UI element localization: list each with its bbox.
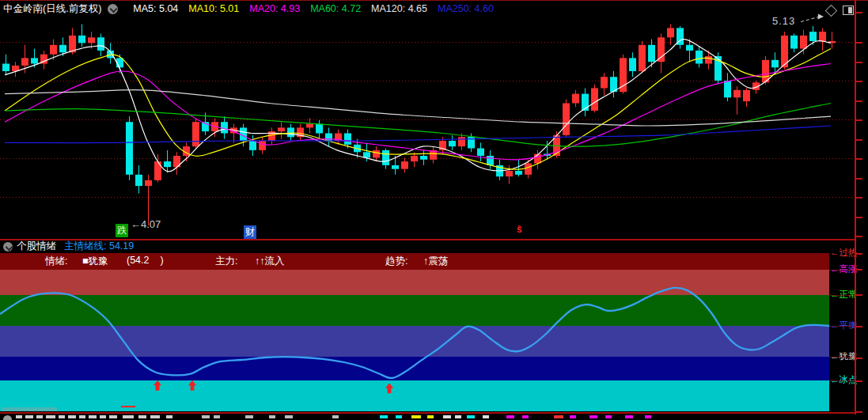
high-price-annotation: 5.13 bbox=[772, 15, 795, 27]
clipped-glyph bbox=[554, 415, 563, 418]
clipped-glyph bbox=[166, 415, 172, 418]
clipped-glyph bbox=[467, 415, 475, 418]
clipped-glyph bbox=[645, 415, 651, 418]
window-corner-icons bbox=[827, 6, 854, 15]
level-dotted-line bbox=[829, 357, 854, 358]
chevron-down-icon[interactable] bbox=[3, 242, 13, 252]
faint-artifact bbox=[2, 407, 57, 411]
sentiment-panel-title[interactable]: 个股情绪 bbox=[17, 240, 56, 253]
finance-news-badge[interactable]: 财 bbox=[244, 225, 256, 239]
clipped-glyph bbox=[455, 415, 461, 418]
main-force-value: ↑↑流入 bbox=[255, 255, 285, 268]
clipped-glyph bbox=[59, 415, 65, 418]
ma60-label: MA60: 4.72 bbox=[310, 3, 361, 14]
axis-tick bbox=[855, 139, 862, 141]
axis-tick bbox=[855, 100, 862, 102]
clipped-glyph bbox=[68, 415, 76, 418]
clipped-glyph bbox=[427, 415, 434, 418]
clipped-glyph bbox=[443, 415, 451, 418]
axis-tick bbox=[855, 42, 862, 44]
clipped-glyph bbox=[25, 415, 33, 418]
chevron-down-icon[interactable] bbox=[108, 4, 118, 14]
clipped-glyph bbox=[100, 415, 106, 418]
bottom-divider bbox=[0, 412, 855, 414]
emotion-number: (54.2 ) bbox=[127, 255, 164, 266]
trend-value: ↑震荡 bbox=[423, 255, 448, 268]
app-root: 中金岭南(日线.前复权) MA5: 5.04 MA10: 5.01 MA20: … bbox=[0, 0, 868, 420]
candlestick-chart[interactable] bbox=[0, 0, 855, 240]
axis-tick bbox=[855, 217, 862, 218]
clipped-glyph bbox=[89, 415, 97, 418]
main-force-label: 主力: bbox=[215, 255, 237, 268]
clipped-glyph bbox=[109, 415, 117, 418]
buy-arrow-icon bbox=[154, 380, 161, 391]
clipped-glyph bbox=[150, 415, 160, 418]
axis-tick bbox=[855, 197, 862, 199]
sentiment-line-chart[interactable] bbox=[0, 253, 829, 413]
clipped-glyph bbox=[625, 415, 633, 418]
clipped-glyph bbox=[16, 415, 22, 418]
axis-tick bbox=[855, 119, 862, 121]
clipped-glyph bbox=[332, 415, 339, 418]
axis-tick bbox=[855, 62, 862, 63]
signal-s-marker: ŝ bbox=[517, 224, 522, 235]
clipped-glyph bbox=[123, 415, 134, 418]
sentiment-line bbox=[0, 288, 829, 378]
axis-tick bbox=[855, 236, 862, 237]
panel-layout-icon[interactable] bbox=[843, 6, 854, 15]
ma5-label: MA5: 5.04 bbox=[133, 3, 178, 14]
level-dotted-line bbox=[829, 295, 854, 296]
axis-tick bbox=[855, 358, 862, 359]
axis-tick bbox=[855, 411, 862, 413]
axis-tick bbox=[855, 326, 862, 327]
clipped-glyph bbox=[269, 415, 275, 418]
ma20-label: MA20: 4.93 bbox=[249, 3, 300, 14]
axis-tick bbox=[855, 253, 862, 255]
drop-news-badge[interactable]: 跌 bbox=[116, 224, 128, 237]
ma10-label: MA10: 5.01 bbox=[188, 3, 239, 14]
buy-arrow-icon bbox=[188, 380, 196, 391]
buy-arrow-icon bbox=[385, 383, 393, 393]
clipped-glyph bbox=[589, 415, 597, 418]
trend-label: 趋势: bbox=[385, 255, 407, 268]
stock-title: 中金岭南(日线.前复权) bbox=[3, 2, 101, 16]
clipped-glyph bbox=[483, 415, 489, 418]
clipped-glyph bbox=[506, 415, 514, 418]
clipped-glyph bbox=[46, 415, 55, 418]
clipped-glyph bbox=[214, 415, 220, 418]
emotion-value: ■犹豫 bbox=[82, 255, 108, 268]
axis-tick bbox=[855, 158, 862, 160]
chevron-down-icon bbox=[3, 415, 12, 420]
level-dotted-line bbox=[829, 380, 854, 381]
main-sentiment-line-value: 主情绪线: 54.19 bbox=[64, 240, 134, 253]
clipped-glyph bbox=[36, 415, 43, 418]
next-panel-clipped-row bbox=[0, 414, 868, 420]
clipped-glyph bbox=[411, 415, 421, 418]
ma120-label: MA120: 4.65 bbox=[371, 3, 427, 14]
clipped-glyph bbox=[245, 415, 253, 418]
clipped-glyph bbox=[522, 415, 529, 418]
clipped-glyph bbox=[202, 415, 210, 418]
main-chart-header: 中金岭南(日线.前复权) MA5: 5.04 MA10: 5.01 MA20: … bbox=[3, 2, 494, 16]
axis-tick bbox=[855, 81, 862, 82]
axis-tick bbox=[855, 12, 862, 13]
level-dotted-line bbox=[829, 270, 854, 271]
emotion-label: 情绪: bbox=[45, 255, 67, 268]
clipped-glyph bbox=[138, 415, 146, 418]
clipped-glyph bbox=[380, 415, 388, 418]
clipped-glyph bbox=[79, 415, 85, 418]
low-price-annotation: ←4.07 bbox=[131, 218, 161, 230]
axis-tick bbox=[855, 380, 862, 382]
level-label-1: ←过热 bbox=[830, 247, 858, 259]
diamond-icon[interactable] bbox=[825, 4, 838, 17]
sentiment-panel-header: 个股情绪 主情绪线: 54.19 bbox=[3, 240, 134, 252]
clipped-glyph bbox=[285, 415, 293, 418]
clipped-glyph bbox=[605, 415, 612, 418]
clipped-glyph bbox=[396, 415, 402, 418]
clipped-glyph bbox=[570, 415, 576, 418]
level-dotted-line bbox=[829, 326, 854, 327]
ma250-label: MA250: 4.60 bbox=[438, 3, 494, 14]
right-border bbox=[855, 0, 856, 420]
axis-tick bbox=[855, 269, 862, 271]
axis-tick bbox=[855, 178, 862, 180]
